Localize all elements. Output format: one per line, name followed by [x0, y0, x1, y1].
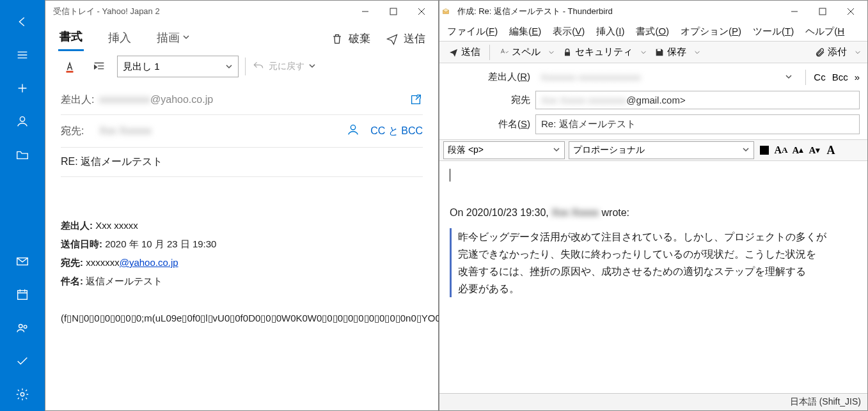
menu-insert[interactable]: 挿入(I) [596, 26, 624, 38]
settings-icon[interactable] [10, 382, 35, 407]
contacts-icon[interactable] [346, 123, 360, 139]
bcc-button[interactable]: Bcc [832, 72, 848, 82]
subject-field[interactable]: RE: 返信メールテスト [61, 148, 423, 177]
calendar-icon[interactable] [10, 282, 35, 307]
svg-point-0 [20, 117, 24, 121]
security-button[interactable]: セキュリティ [558, 43, 636, 61]
subject-input[interactable]: Re: 返信メールテスト [535, 114, 860, 134]
send-button[interactable]: 送信 [386, 31, 425, 46]
to-input[interactable]: Xxx Xxxxx xxxxxxxx@gmail.com> [535, 91, 860, 109]
svg-rect-9 [565, 52, 570, 56]
quoted-text: 昨今ビッグデータ活用が改めて注目されている。しかし、プロジェクトの多くが 完遂で… [450, 228, 857, 298]
menu-view[interactable]: 表示(V) [553, 26, 585, 38]
yahoo-compose-window: 受信トレイ - Yahoo! Japan 2 書式 挿入 描画 破棄 送信 見出… [45, 0, 439, 411]
to-field[interactable]: 宛先: Xxx Xxxxxx CC と BCC [61, 115, 423, 148]
attribution-line: On 2020/10/23 19:30, Xxx Xxxxx wrote: [450, 204, 857, 221]
from-select[interactable]: Xxxxxxx xxxxxxxxxxxxx [535, 68, 798, 86]
discard-button[interactable]: 破棄 [331, 31, 370, 46]
paragraph-select[interactable]: 段落 <p> [443, 141, 565, 159]
message-body[interactable]: 差出人: Xxx xxxxx 送信日時: 2020 年 10 月 23 日 19… [45, 180, 438, 338]
menu-tools[interactable]: ツール(T) [753, 26, 794, 38]
titlebar: 受信トレイ - Yahoo! Japan 2 [45, 1, 438, 22]
window-title: 受信トレイ - Yahoo! Japan 2 [48, 6, 351, 17]
svg-rect-2 [18, 291, 28, 300]
header-fields: 差出人(R) Xxxxxxx xxxxxxxxxxxxx Cc Bcc » 宛先… [439, 63, 867, 139]
svg-point-5 [20, 392, 24, 396]
indent-icon[interactable] [88, 55, 111, 78]
to-link[interactable]: @yahoo.co.jp [120, 257, 178, 268]
app-sidebar [0, 0, 45, 411]
menu-bar: ファイル(F) 編集(E) 表示(V) 挿入(I) 書式(O) オプション(P)… [439, 22, 867, 41]
person-icon[interactable] [10, 109, 35, 134]
save-button[interactable]: 保存 [651, 43, 690, 61]
cc-bcc-link[interactable]: CC と BCC [370, 125, 423, 138]
send-button[interactable]: 送信 [445, 43, 484, 61]
back-icon[interactable] [10, 9, 35, 35]
font-size-up-icon[interactable]: A▴ [791, 144, 804, 157]
titlebar: 作成: Re: 返信メールテスト - Thunderbird [439, 1, 867, 22]
mail-icon[interactable] [10, 249, 35, 274]
cc-button[interactable]: Cc [814, 72, 825, 82]
attach-dropdown[interactable] [853, 49, 862, 56]
new-icon[interactable] [10, 75, 35, 101]
menu-icon[interactable] [10, 42, 35, 68]
folder-icon[interactable] [10, 142, 35, 167]
font-larger-icon[interactable]: AA [775, 144, 787, 157]
tab-insert[interactable]: 挿入 [107, 27, 132, 50]
main-toolbar: 送信 スペル セキュリティ 保存 添付 [439, 41, 867, 63]
menu-file[interactable]: ファイル(F) [447, 26, 498, 38]
font-style-icon[interactable]: A [825, 144, 837, 157]
svg-point-4 [24, 325, 27, 329]
maximize-button[interactable] [379, 2, 407, 21]
attach-button[interactable]: 添付 [811, 43, 851, 61]
close-button[interactable] [407, 2, 436, 21]
close-button[interactable] [837, 2, 865, 21]
minimize-button[interactable] [351, 2, 379, 21]
text-cursor [450, 169, 450, 182]
font-size-down-icon[interactable]: A▾ [808, 144, 821, 157]
people-icon[interactable] [10, 315, 35, 341]
message-body[interactable]: On 2020/10/23 19:30, Xxx Xxxxx wrote: 昨今… [439, 161, 867, 353]
heading-select[interactable]: 見出し 1 [117, 56, 239, 77]
svg-rect-10 [658, 49, 661, 50]
menu-options[interactable]: オプション(P) [681, 26, 741, 38]
security-dropdown[interactable] [639, 49, 648, 56]
undo-button[interactable]: 元に戻す [252, 60, 316, 73]
tab-draw[interactable]: 描画 [155, 27, 191, 50]
to-row: 宛先 Xxx Xxxxx xxxxxxxx@gmail.com> [447, 88, 860, 112]
subject-row: 件名(S) Re: 返信メールテスト [447, 112, 860, 137]
thunderbird-compose-window: 作成: Re: 返信メールテスト - Thunderbird ファイル(F) 編… [439, 0, 868, 411]
format-toolbar: 段落 <p> プロポーショナル AA A▴ A▾ A [439, 139, 867, 161]
popout-icon[interactable] [409, 93, 423, 107]
font-color-icon[interactable] [58, 55, 81, 78]
menu-format[interactable]: 書式(O) [636, 26, 669, 38]
minimize-button[interactable] [780, 2, 809, 21]
header-fields: 差出人: xxxxxxxxxx@yahoo.co.jp 宛先: Xxx Xxxx… [45, 82, 438, 180]
from-field: 差出人: xxxxxxxxxx@yahoo.co.jp [61, 85, 423, 115]
tab-format[interactable]: 書式 [58, 26, 84, 51]
spell-dropdown[interactable] [547, 49, 556, 56]
app-icon [442, 8, 450, 15]
menu-edit[interactable]: 編集(E) [509, 26, 541, 38]
garbled-text: (f▯N▯0▯0▯0▯0▯0▯0;m(uL09e▯0f0▯l▯vU0▯0f0D0… [61, 309, 423, 327]
spell-button[interactable]: スペル [495, 43, 544, 61]
more-icon[interactable]: » [855, 72, 860, 82]
font-select[interactable]: プロポーショナル [569, 141, 754, 159]
todo-icon[interactable] [10, 348, 35, 374]
svg-rect-6 [390, 8, 397, 15]
text-color-icon[interactable] [758, 144, 771, 157]
menu-help[interactable]: ヘルプ(H [805, 26, 844, 38]
format-toolbar: 見出し 1 元に戻す [45, 51, 438, 82]
from-row: 差出人(R) Xxxxxxx xxxxxxxxxxxxx Cc Bcc » [447, 66, 860, 88]
compose-tabs: 書式 挿入 描画 破棄 送信 [45, 22, 438, 51]
svg-point-3 [19, 325, 23, 329]
status-bar: 日本語 (Shift_JIS) [439, 393, 867, 410]
save-dropdown[interactable] [693, 49, 702, 56]
maximize-button[interactable] [809, 2, 837, 21]
svg-rect-8 [819, 8, 826, 15]
svg-point-7 [351, 125, 356, 130]
